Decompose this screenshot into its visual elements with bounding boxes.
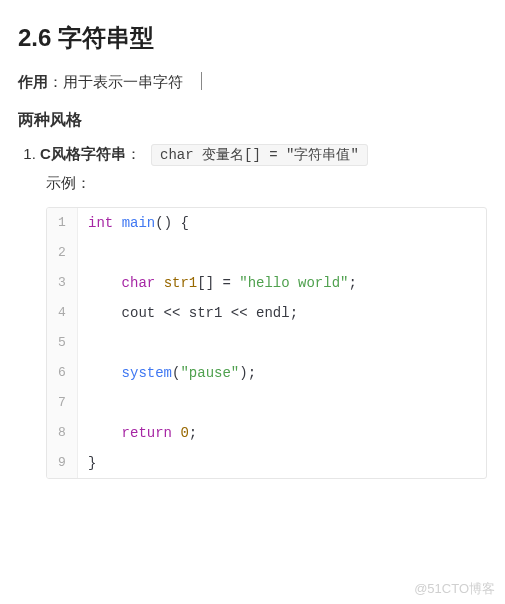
code-token: [] = — [197, 275, 239, 291]
line-number: 6 — [47, 358, 78, 388]
code-token — [113, 215, 121, 231]
code-token: "hello world" — [239, 275, 348, 291]
code-token: str1 — [164, 275, 198, 291]
section-title-text: 字符串型 — [58, 24, 154, 51]
code-content: } — [78, 448, 487, 478]
code-line: 5 — [47, 328, 486, 358]
list-item: C风格字符串： char 变量名[] = "字符串值" 示例： 1int mai… — [40, 145, 487, 479]
code-token: ; — [348, 275, 356, 291]
code-line: 1int main() { — [47, 208, 486, 238]
code-content: int main() { — [78, 208, 487, 238]
code-token — [155, 275, 163, 291]
code-token — [88, 425, 122, 441]
code-content: char str1[] = "hello world"; — [78, 268, 487, 298]
code-content: return 0; — [78, 418, 487, 448]
code-content: system("pause"); — [78, 358, 487, 388]
code-token: ; — [189, 425, 197, 441]
code-content — [78, 328, 487, 358]
line-number: 3 — [47, 268, 78, 298]
example-label: 示例： — [46, 174, 487, 193]
intro-label: 作用 — [18, 73, 48, 90]
list-item-colon: ： — [126, 145, 141, 162]
code-token: system — [122, 365, 172, 381]
section-number: 2.6 — [18, 24, 51, 51]
code-line: 8 return 0; — [47, 418, 486, 448]
code-token: char — [122, 275, 156, 291]
intro-text: 用于表示一串字符 — [63, 73, 183, 90]
code-line: 2 — [47, 238, 486, 268]
code-token — [88, 365, 122, 381]
code-line: 4 cout << str1 << endl; — [47, 298, 486, 328]
code-line: 9} — [47, 448, 486, 478]
code-token: return — [122, 425, 172, 441]
inline-code: char 变量名[] = "字符串值" — [151, 144, 368, 166]
code-token: cout << str1 << endl; — [88, 305, 298, 321]
line-number: 8 — [47, 418, 78, 448]
code-line: 7 — [47, 388, 486, 418]
code-token: main — [122, 215, 156, 231]
code-content: cout << str1 << endl; — [78, 298, 487, 328]
line-number: 1 — [47, 208, 78, 238]
code-token — [88, 275, 122, 291]
intro-colon: ： — [48, 73, 63, 90]
styles-heading: 两种风格 — [18, 110, 487, 131]
styles-list: C风格字符串： char 变量名[] = "字符串值" 示例： 1int mai… — [18, 145, 487, 479]
code-token: 0 — [180, 425, 188, 441]
line-number: 9 — [47, 448, 78, 478]
line-number: 4 — [47, 298, 78, 328]
code-token: () { — [155, 215, 189, 231]
code-line: 3 char str1[] = "hello world"; — [47, 268, 486, 298]
code-content — [78, 238, 487, 268]
code-token: int — [88, 215, 113, 231]
line-number: 2 — [47, 238, 78, 268]
line-number: 7 — [47, 388, 78, 418]
code-token: ); — [239, 365, 256, 381]
code-block: 1int main() {2 3 char str1[] = "hello wo… — [46, 207, 487, 479]
code-token: "pause" — [180, 365, 239, 381]
list-item-title: C风格字符串 — [40, 145, 126, 162]
code-line: 6 system("pause"); — [47, 358, 486, 388]
text-cursor-icon — [201, 72, 202, 90]
line-number: 5 — [47, 328, 78, 358]
intro-line: 作用：用于表示一串字符 — [18, 72, 487, 92]
code-table: 1int main() {2 3 char str1[] = "hello wo… — [47, 208, 486, 478]
section-heading: 2.6 字符串型 — [18, 22, 487, 54]
code-content — [78, 388, 487, 418]
code-token: } — [88, 455, 96, 471]
